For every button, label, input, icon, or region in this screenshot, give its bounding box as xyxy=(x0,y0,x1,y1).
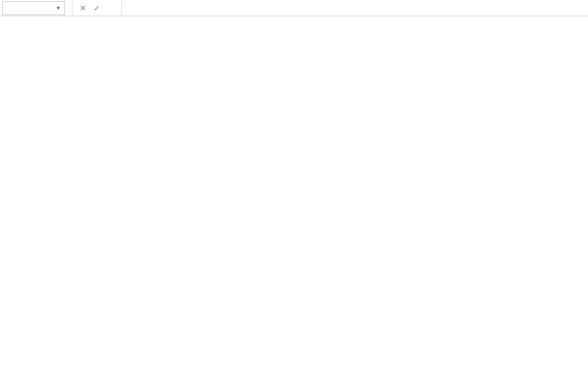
formula-input[interactable] xyxy=(121,0,588,16)
cancel-icon[interactable]: ✕ xyxy=(78,3,88,13)
confirm-icon[interactable]: ✓ xyxy=(92,3,101,13)
formula-bar-buttons: ✕ ✓ xyxy=(72,0,121,16)
name-box[interactable]: ▼ xyxy=(2,1,65,15)
name-box-dropdown-icon[interactable]: ▼ xyxy=(56,5,61,11)
formula-bar: ▼ ✕ ✓ xyxy=(0,0,588,16)
